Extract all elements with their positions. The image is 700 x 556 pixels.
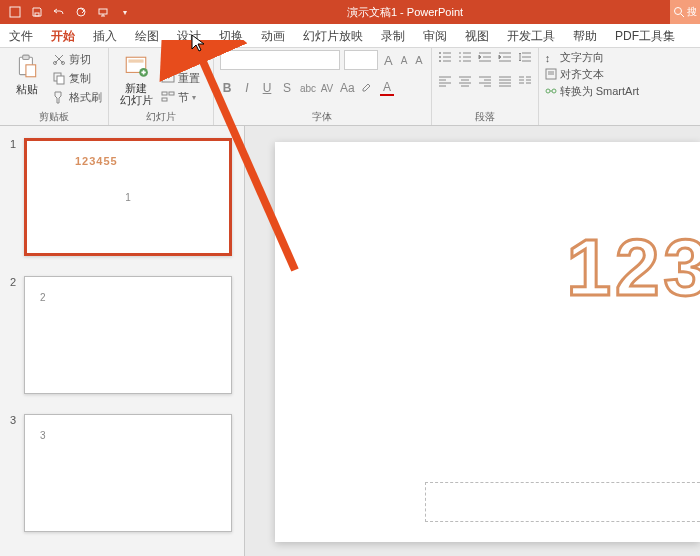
save-icon[interactable] (30, 5, 44, 19)
thumbnail[interactable]: 123455 1 (24, 138, 232, 256)
convert-smartart-button[interactable]: 转换为 SmartArt (545, 84, 639, 99)
cursor-icon (191, 34, 207, 54)
text-direction-label: 文字方向 (560, 50, 604, 65)
group-clipboard: 粘贴 剪切 复制 格式刷 剪贴板 (0, 48, 109, 125)
slide-editor[interactable]: 123 (245, 126, 700, 556)
align-left-button[interactable] (438, 74, 452, 88)
tab-record[interactable]: 录制 (372, 24, 414, 48)
group-slides: 新建 幻灯片 板式▾ 重置 节▾ 幻灯片 (109, 48, 214, 125)
svg-rect-6 (23, 55, 30, 59)
increase-indent-button[interactable] (498, 50, 512, 64)
tab-developer[interactable]: 开发工具 (498, 24, 564, 48)
svg-rect-19 (162, 98, 167, 101)
workspace: 1 123455 1 2 2 3 3 123 (0, 126, 700, 556)
svg-rect-3 (99, 9, 107, 14)
paste-button[interactable]: 粘贴 (6, 50, 48, 97)
tab-insert[interactable]: 插入 (84, 24, 126, 48)
numbering-button[interactable] (458, 50, 472, 64)
tab-view[interactable]: 视图 (456, 24, 498, 48)
cut-label: 剪切 (69, 52, 91, 67)
svg-point-2 (77, 8, 85, 16)
bold-button[interactable]: B (220, 81, 234, 95)
justify-button[interactable] (498, 74, 512, 88)
paragraph-group-label: 段落 (438, 108, 532, 125)
reset-label: 重置 (178, 71, 200, 86)
strike-button[interactable]: S (280, 81, 294, 95)
copy-button[interactable]: 复制 (52, 69, 102, 87)
slides-group-label: 幻灯片 (115, 108, 207, 125)
grow-font-button[interactable]: A (382, 53, 395, 68)
font-name-input[interactable] (220, 50, 340, 70)
tab-animations[interactable]: 动画 (252, 24, 294, 48)
line-spacing-button[interactable] (518, 50, 532, 64)
shadow-button[interactable]: abc (300, 83, 314, 94)
search-button[interactable]: 搜 (670, 0, 700, 24)
svg-rect-20 (169, 92, 174, 95)
tab-help[interactable]: 帮助 (564, 24, 606, 48)
italic-button[interactable]: I (240, 81, 254, 95)
tab-home[interactable]: 开始 (42, 24, 84, 48)
svg-point-21 (439, 52, 441, 54)
slide-thumbnails-panel: 1 123455 1 2 2 3 3 (0, 126, 245, 556)
tab-transitions[interactable]: 切换 (210, 24, 252, 48)
content-placeholder[interactable] (425, 482, 700, 522)
new-slide-button[interactable]: 新建 幻灯片 (115, 50, 157, 106)
svg-rect-7 (26, 65, 36, 77)
convert-label: 转换为 SmartArt (560, 84, 639, 99)
redo-icon[interactable] (74, 5, 88, 19)
svg-rect-13 (128, 59, 143, 62)
align-center-button[interactable] (458, 74, 472, 88)
tab-slideshow[interactable]: 幻灯片放映 (294, 24, 372, 48)
autosave-icon[interactable] (8, 5, 22, 19)
cut-button[interactable]: 剪切 (52, 50, 102, 68)
decrease-indent-button[interactable] (478, 50, 492, 64)
title-bar: ▾ 演示文稿1 - PowerPoint 搜 (0, 0, 700, 24)
font-size-input[interactable] (344, 50, 378, 70)
align-right-button[interactable] (478, 74, 492, 88)
align-text-label: 对齐文本 (560, 67, 604, 82)
ribbon-tabs: 文件 开始 插入 绘图 设计 切换 动画 幻灯片放映 录制 审阅 视图 开发工具… (0, 24, 700, 48)
font-color-button[interactable]: A (380, 80, 394, 96)
align-text-button[interactable]: 对齐文本 (545, 67, 639, 82)
window-title: 演示文稿1 - PowerPoint (140, 5, 670, 20)
tab-draw[interactable]: 绘图 (126, 24, 168, 48)
start-from-beginning-icon[interactable] (96, 5, 110, 19)
thumb-2[interactable]: 2 2 (10, 276, 234, 394)
change-case-button[interactable]: Aa (340, 81, 354, 95)
thumbnail[interactable]: 2 (24, 276, 232, 394)
undo-icon[interactable] (52, 5, 66, 19)
qat-dropdown-icon[interactable]: ▾ (118, 5, 132, 19)
thumb-number: 3 (10, 414, 18, 426)
reset-button[interactable]: 重置 (161, 69, 207, 87)
font-group-label: 字体 (220, 108, 425, 125)
section-label: 节 (178, 90, 189, 105)
thumb-center: 1 (125, 192, 131, 203)
thumbnail[interactable]: 3 (24, 414, 232, 532)
format-painter-button[interactable]: 格式刷 (52, 88, 102, 106)
slide-title-text[interactable]: 123 (567, 222, 700, 314)
thumb-number: 2 (10, 276, 18, 288)
tab-file[interactable]: 文件 (0, 24, 42, 48)
underline-button[interactable]: U (260, 81, 274, 95)
tab-pdf[interactable]: PDF工具集 (606, 24, 684, 48)
text-direction-button[interactable]: ↕文字方向 (545, 50, 639, 65)
svg-rect-0 (10, 7, 20, 17)
thumb-3[interactable]: 3 3 (10, 414, 234, 532)
paste-label: 粘贴 (16, 82, 38, 97)
thumb-1[interactable]: 1 123455 1 (10, 138, 234, 256)
copy-label: 复制 (69, 71, 91, 86)
highlight-button[interactable] (360, 81, 374, 96)
char-spacing-button[interactable]: AV (320, 83, 334, 94)
clipboard-group-label: 剪贴板 (6, 108, 102, 125)
new-slide-label: 新建 幻灯片 (120, 82, 153, 106)
group-misc: ↕文字方向 对齐文本 转换为 SmartArt (539, 48, 645, 125)
clear-format-button[interactable]: A (413, 54, 424, 66)
bullets-button[interactable] (438, 50, 452, 64)
svg-point-25 (546, 89, 550, 93)
thumb-number: 1 (10, 138, 18, 150)
shrink-font-button[interactable]: A (399, 55, 410, 66)
section-button[interactable]: 节▾ (161, 88, 207, 106)
columns-button[interactable] (518, 74, 532, 88)
tab-review[interactable]: 审阅 (414, 24, 456, 48)
current-slide[interactable]: 123 (275, 142, 700, 542)
